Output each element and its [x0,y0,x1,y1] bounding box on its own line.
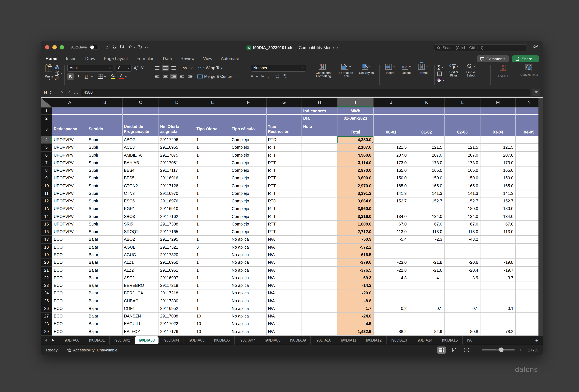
cell-H13[interactable] [302,205,337,213]
cell-I7[interactable]: 3,114.0 [337,159,374,167]
cell-J23[interactable] [374,282,409,290]
row-header-25[interactable]: 25 [41,297,52,305]
cell-J2[interactable] [374,115,409,122]
cell-G2[interactable] [267,115,302,122]
cell-M26[interactable]: -0.1 [481,305,516,313]
cell-D13[interactable]: 29116910 [159,205,195,213]
cell-G7[interactable]: RTT [267,159,302,167]
cell-A18[interactable]: ECO [52,243,87,251]
cell-M9[interactable]: 150.0 [481,175,516,182]
cell-I24[interactable]: -20.0 [337,290,374,297]
row-header-11[interactable]: 11 [41,190,52,198]
cell-K2[interactable] [409,115,444,122]
cell-B13[interactable]: Subir [87,205,123,213]
cell-B24[interactable]: Bajar [87,290,123,297]
cell-H17[interactable] [302,236,337,244]
cell-D20[interactable]: 29116950 [159,259,195,267]
cell-M14[interactable]: 134.0 [481,213,516,221]
cell-H12[interactable] [302,197,337,205]
cell-B28[interactable]: Bajar [87,320,123,328]
cell-E15[interactable]: 1 [195,221,230,228]
cell-F17[interactable]: No aplica [230,236,267,244]
cell-C1[interactable] [123,107,159,115]
autosum-button[interactable]: ∑ [437,64,444,70]
cell-J29[interactable]: -88.2 [374,328,409,336]
cell-J3[interactable]: 00-01 [374,122,409,136]
cell-A6[interactable]: UPOPVPV [52,152,87,159]
cell-G21[interactable]: N/A [267,267,302,274]
cell-F13[interactable]: Complejo [230,205,267,213]
cell-H2[interactable]: Dia [302,115,337,122]
cell-D9[interactable]: 29116916 [159,175,195,182]
cell-J4[interactable] [374,136,409,144]
zoom-slider-thumb[interactable] [499,347,504,352]
cell-E10[interactable]: 1 [195,182,230,190]
cell-B5[interactable]: Subir [87,144,123,152]
cell-K24[interactable] [409,290,444,297]
cell-A26[interactable]: ECO [52,305,87,313]
cell-I17[interactable]: -50.9 [337,236,374,244]
font-size-select[interactable]: 8 [116,65,131,71]
cell-H27[interactable] [302,313,337,320]
cell-D17[interactable]: 29117295 [159,236,195,244]
cell-M17[interactable] [481,236,516,244]
row-header-22[interactable]: 22 [41,274,52,282]
column-header-M[interactable]: M [481,98,516,107]
cell-B23[interactable]: Bajar [87,282,123,290]
cell-C15[interactable]: SRI5 [123,221,159,228]
cell-H24[interactable] [302,290,337,297]
cell-L13[interactable]: 180.0 [444,205,481,213]
cell-B16[interactable]: Subir [87,228,123,236]
cell-H15[interactable] [302,221,337,228]
sheet-tab-I90DIA12[interactable]: I90DIA12 [361,336,386,344]
orientation-button[interactable]: ab↗ [183,66,190,70]
row-header-2[interactable]: 2 [41,115,52,122]
conditional-formatting-button[interactable]: Conditional Formatting [313,64,335,88]
row-header-18[interactable]: 18 [41,243,52,251]
cell-K12[interactable]: 152.7 [409,197,444,205]
page-layout-view-button[interactable] [450,346,459,354]
percent-format-button[interactable]: % [261,74,264,79]
cell-L1[interactable] [444,107,481,115]
row-header-12[interactable]: 12 [41,197,52,205]
cell-M15[interactable]: 67.0 [481,221,516,228]
cell-E8[interactable]: 1 [195,167,230,175]
cell-F15[interactable]: Complejo [230,221,267,228]
cell-I27[interactable]: -24.0 [337,313,374,320]
cell-K15[interactable]: 67.0 [409,221,444,228]
cell-K18[interactable] [409,243,444,251]
sheet-tab-I90DIA07[interactable]: I90DIA07 [234,336,260,344]
cell-G18[interactable]: N/A [267,243,302,251]
cell-K7[interactable]: 173.0 [409,159,444,167]
cell-G26[interactable]: N/A [267,305,302,313]
cell-M27[interactable] [481,313,516,320]
cell-A11[interactable]: UPOPVPV [52,190,87,198]
cell-F7[interactable]: Complejo [230,159,267,167]
cell-A28[interactable]: ECO [52,320,87,328]
format-as-table-button[interactable]: Format as Table [336,64,356,88]
cell-K17[interactable]: -2.3 [409,236,444,244]
cell-B3[interactable]: Sentido [87,122,123,136]
row-header-5[interactable]: 5 [41,144,52,152]
cell-I4[interactable]: 4,380.0 [337,136,374,144]
italic-button[interactable]: I [75,73,81,80]
wrap-text-button[interactable]: ab↩ Wrap Text [198,66,226,70]
cell-F1[interactable] [230,107,267,115]
cell-K21[interactable]: -21.6 [409,267,444,274]
cell-I22[interactable]: -69.3 [337,274,374,282]
cell-F3[interactable]: Tipo cálculo [230,122,267,136]
formula-input[interactable]: 4380 [81,89,530,96]
fill-button[interactable]: ↓ [437,71,444,77]
cell-G1[interactable] [267,107,302,115]
cell-A16[interactable]: UPOPVPV [52,228,87,236]
cell-M4[interactable] [481,136,516,144]
zoom-out-button[interactable]: − [475,347,478,353]
add-sheet-button[interactable]: + [535,337,538,343]
cell-G22[interactable]: N/A [267,274,302,282]
cell-F22[interactable]: No aplica [230,274,267,282]
row-header-8[interactable]: 8 [41,167,52,175]
column-header-C[interactable]: C [123,98,159,107]
cell-L20[interactable]: -20.6 [444,259,481,267]
cell-B6[interactable]: Subir [87,152,123,159]
sheet-tab-I90DIA04[interactable]: I90DIA04 [159,336,184,344]
